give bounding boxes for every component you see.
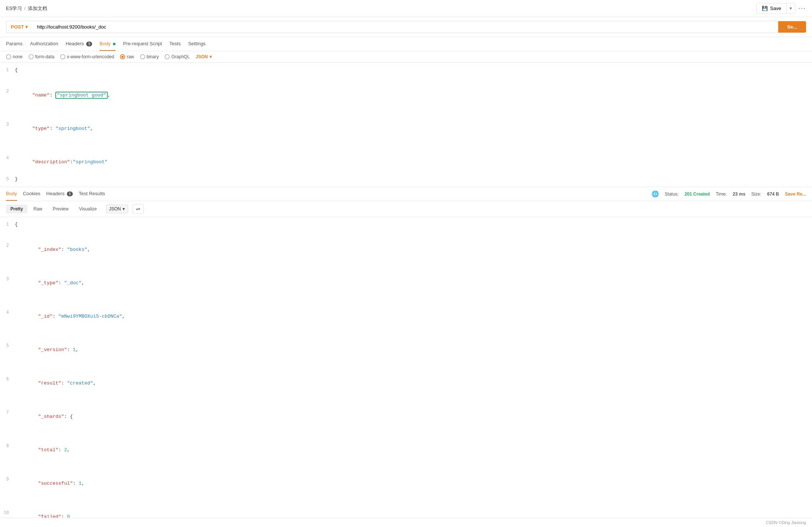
json-format-label: JSON (196, 54, 208, 59)
tab-body[interactable]: Body (100, 37, 116, 51)
response-line-1: 1 { (0, 220, 812, 229)
code-content: "name": "springboot good", (15, 75, 812, 108)
radio-raw[interactable]: raw (120, 54, 134, 59)
status-label: Status: (665, 192, 679, 197)
url-input[interactable] (32, 21, 778, 33)
response-editor[interactable]: 1 { 2 "_index": "books", 3 "_type": "_do… (0, 217, 812, 527)
highlighted-value: "springboot good" (55, 92, 108, 99)
save-button-group[interactable]: 💾 Save ▾ (756, 3, 795, 14)
radio-form-data[interactable]: form-data (29, 54, 54, 59)
body-options: none form-data x-www-form-urlencoded raw… (0, 51, 812, 63)
save-button[interactable]: 💾 Save (757, 3, 787, 13)
code-content: { (15, 66, 812, 74)
json-chevron-icon: ▾ (210, 54, 212, 59)
radio-graphql[interactable]: GraphQL (165, 54, 189, 59)
save-response-button[interactable]: Save Re... (785, 192, 806, 197)
radio-circle-form-data (29, 54, 34, 59)
wrap-button[interactable]: ⇌ (133, 204, 144, 214)
response-line-4: 4 "_id": "mNwi9YMBOXui5-cbDNCa", (0, 296, 812, 329)
format-tabs-row: Pretty Raw Preview Visualize JSON ▾ ⇌ (0, 201, 812, 217)
code-content: "_index": "books", (15, 229, 812, 262)
tab-headers[interactable]: Headers 9 (66, 37, 92, 51)
response-tabs: Body Cookies Headers 6 Test Results (6, 187, 105, 201)
send-button[interactable]: Se... (778, 21, 806, 33)
radio-circle-graphql (165, 54, 170, 59)
radio-circle-none (6, 54, 11, 59)
format-tab-raw[interactable]: Raw (29, 204, 47, 213)
response-tab-test-results[interactable]: Test Results (79, 187, 105, 201)
globe-icon: 🌐 (652, 190, 659, 197)
method-label: POST (11, 24, 24, 30)
save-dropdown-arrow[interactable]: ▾ (787, 4, 795, 13)
footer-text: CSDN ©Ding Jiaxiong (766, 520, 806, 525)
size-label: Size: (751, 192, 761, 197)
footer: CSDN ©Ding Jiaxiong (0, 518, 812, 527)
breadcrumb-page[interactable]: 添加文档 (28, 5, 47, 12)
radio-circle-urlencoded (60, 54, 65, 59)
radio-urlencoded[interactable]: x-www-form-urlencoded (60, 54, 114, 59)
method-select[interactable]: POST ▾ (6, 21, 32, 33)
response-format-label: JSON (109, 206, 121, 212)
response-section: Body Cookies Headers 6 Test Results 🌐 St… (0, 187, 812, 527)
request-line-1: 1 { (0, 66, 812, 75)
breadcrumb-separator: / (24, 6, 26, 11)
line-number: 7 (0, 409, 15, 417)
wrap-icon: ⇌ (136, 206, 140, 212)
breadcrumb-root[interactable]: ES学习 (6, 5, 22, 12)
time-label: Time: (716, 192, 727, 197)
radio-binary[interactable]: binary (140, 54, 159, 59)
format-tab-preview[interactable]: Preview (48, 204, 73, 213)
format-tab-pretty[interactable]: Pretty (6, 204, 27, 213)
response-tab-cookies[interactable]: Cookies (23, 187, 40, 201)
request-line-3: 3 "type": "springboot", (0, 108, 812, 141)
request-editor[interactable]: 1 { 2 "name": "springboot good", 3 "type… (0, 63, 812, 187)
code-content: "result": "created", (15, 363, 812, 396)
code-content: { (15, 220, 812, 229)
tab-authorization[interactable]: Authorization (30, 37, 58, 51)
tab-tests[interactable]: Tests (169, 37, 181, 51)
format-tab-visualize[interactable]: Visualize (75, 204, 101, 213)
code-content: "successful": 1, (15, 463, 812, 496)
line-number: 10 (0, 509, 15, 517)
response-tab-headers[interactable]: Headers 6 (46, 187, 73, 201)
response-headers-badge: 6 (67, 192, 73, 196)
tab-settings[interactable]: Settings (188, 37, 205, 51)
headers-badge: 9 (86, 42, 92, 46)
line-number: 1 (0, 66, 15, 74)
line-number: 5 (0, 342, 15, 350)
code-content: "_type": "_doc", (15, 263, 812, 295)
url-bar: POST ▾ Se... (0, 17, 812, 37)
code-content: "type": "springboot", (15, 108, 812, 141)
response-status: 🌐 Status: 201 Created Time: 23 ms Size: … (652, 190, 806, 197)
line-number: 4 (0, 154, 15, 162)
method-chevron-icon: ▾ (25, 24, 28, 30)
json-format-select[interactable]: JSON ▾ (196, 54, 212, 59)
line-number: 6 (0, 375, 15, 383)
code-content: "_shards": { (15, 396, 812, 429)
line-number: 2 (0, 242, 15, 250)
line-number: 5 (0, 175, 15, 183)
request-line-5: 5 } (0, 175, 812, 184)
tab-params[interactable]: Params (6, 37, 23, 51)
breadcrumb: ES学习 / 添加文档 (6, 5, 47, 12)
header-right: 💾 Save ▾ ··· (756, 3, 806, 14)
more-button[interactable]: ··· (798, 4, 806, 12)
save-label: Save (770, 6, 781, 11)
time-value: 23 ms (733, 192, 746, 197)
radio-none[interactable]: none (6, 54, 23, 59)
line-number: 2 (0, 87, 15, 95)
response-line-6: 6 "result": "created", (0, 363, 812, 396)
line-number: 3 (0, 275, 15, 283)
response-tabs-row: Body Cookies Headers 6 Test Results 🌐 St… (0, 187, 812, 201)
response-line-7: 7 "_shards": { (0, 396, 812, 429)
size-value: 674 B (767, 192, 779, 197)
response-tab-body[interactable]: Body (6, 187, 17, 201)
response-line-2: 2 "_index": "books", (0, 229, 812, 262)
radio-circle-raw (120, 54, 125, 59)
line-number: 1 (0, 220, 15, 229)
top-header: ES学习 / 添加文档 💾 Save ▾ ··· (0, 0, 812, 17)
response-format-select[interactable]: JSON ▾ (106, 204, 128, 213)
code-content: } (15, 175, 812, 183)
response-line-8: 8 "total": 2, (0, 429, 812, 463)
tab-pre-request[interactable]: Pre-request Script (123, 37, 162, 51)
